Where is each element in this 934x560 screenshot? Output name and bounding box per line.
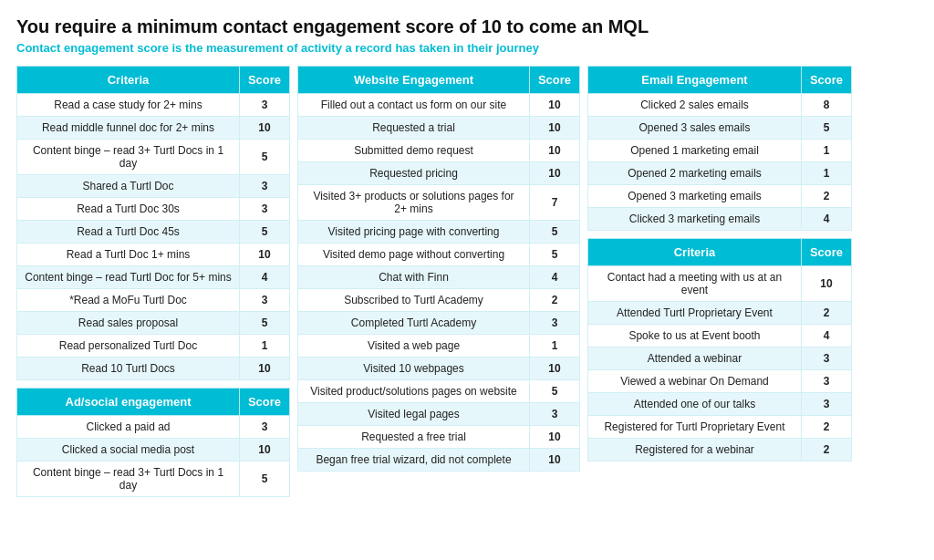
score-cell: 2 [802, 302, 852, 325]
criteria-cell: Requested pricing [298, 162, 530, 185]
criteria-cell: Filled out a contact us form on our site [298, 94, 530, 117]
table-row: Content binge – read 3+ Turtl Docs in 1 … [17, 461, 290, 497]
criteria-cell: Content binge – read 3+ Turtl Docs in 1 … [17, 140, 240, 175]
score-cell: 4 [530, 266, 580, 289]
table-row: Registered for a webinar2 [588, 439, 852, 461]
criteria-cell: Shared a Turtl Doc [17, 175, 240, 198]
table-row: Read a case study for 2+ mins3 [17, 94, 290, 117]
criteria-header: Criteria [17, 67, 240, 94]
table-row: Opened 1 marketing email1 [588, 140, 852, 162]
table-row: Requested a free trial10 [298, 426, 580, 449]
table-row: Visited pricing page with converting5 [298, 221, 580, 244]
table-row: Visited demo page without converting5 [298, 244, 580, 266]
criteria-cell: Subscribed to Turtl Academy [298, 289, 530, 312]
score-cell: 1 [530, 335, 580, 358]
score-cell: 3 [802, 347, 852, 370]
criteria-cell: Visited 3+ products or solutions pages f… [298, 185, 530, 221]
score-cell: 10 [240, 358, 290, 380]
email-engagement-table-wrap: Email Engagement Score Clicked 2 sales e… [587, 66, 852, 231]
criteria-cell: Clicked 3 marketing emails [588, 208, 802, 231]
score-cell: 10 [530, 162, 580, 185]
score-cell: 8 [802, 94, 852, 117]
criteria-cell: Registered for a webinar [588, 439, 802, 461]
table-row: Spoke to us at Event booth4 [588, 325, 852, 347]
criteria-cell: Read personalized Turtl Doc [17, 335, 240, 358]
score-header-2: Score [240, 389, 290, 416]
table-row: Read personalized Turtl Doc1 [17, 335, 290, 358]
score-cell: 5 [530, 380, 580, 403]
score-header-3: Score [530, 67, 580, 94]
score-cell: 10 [530, 449, 580, 472]
criteria-cell: Visited demo page without converting [298, 244, 530, 266]
score-cell: 10 [530, 426, 580, 449]
middle-column: Website Engagement Score Filled out a co… [297, 66, 580, 479]
table-row: Content binge – read Turtl Doc for 5+ mi… [17, 266, 290, 289]
table-row: Requested a trial10 [298, 117, 580, 140]
left-column: Criteria Score Read a case study for 2+ … [16, 66, 290, 504]
table-row: Subscribed to Turtl Academy2 [298, 289, 580, 312]
criteria-cell: Visited a web page [298, 335, 530, 358]
score-header-5: Score [802, 239, 852, 266]
table-row: Chat with Finn4 [298, 266, 580, 289]
score-cell: 1 [240, 335, 290, 358]
ad-social-table-wrap: Ad/social engagement Score Clicked a pai… [16, 388, 290, 497]
table-row: Visited 10 webpages10 [298, 358, 580, 380]
criteria-cell: Visited pricing page with converting [298, 221, 530, 244]
table-row: Requested pricing10 [298, 162, 580, 185]
table-row: Submitted demo request10 [298, 140, 580, 162]
criteria-cell: Visited legal pages [298, 403, 530, 426]
score-cell: 3 [802, 370, 852, 393]
criteria-cell: Contact had a meeting with us at an even… [588, 266, 802, 302]
table-row: Clicked a social media post10 [17, 439, 290, 461]
table-row: Visited a web page1 [298, 335, 580, 358]
email-engagement-table: Email Engagement Score Clicked 2 sales e… [587, 66, 852, 231]
score-cell: 2 [802, 416, 852, 439]
table-row: Opened 3 marketing emails2 [588, 185, 852, 208]
criteria-cell: Attended one of our talks [588, 393, 802, 416]
criteria-cell: Opened 2 marketing emails [588, 162, 802, 185]
table-row: Clicked a paid ad3 [17, 416, 290, 439]
table-row: Clicked 3 marketing emails4 [588, 208, 852, 231]
criteria-cell: Content binge – read 3+ Turtl Docs in 1 … [17, 461, 240, 497]
criteria-cell: Content binge – read Turtl Doc for 5+ mi… [17, 266, 240, 289]
criteria-cell: Began free trial wizard, did not complet… [298, 449, 530, 472]
ad-social-table: Ad/social engagement Score Clicked a pai… [16, 388, 290, 497]
page-title: You require a minimum contact engagement… [16, 16, 918, 37]
score-cell: 5 [240, 140, 290, 175]
table-row: Read sales proposal5 [17, 312, 290, 335]
table-row: Read a Turtl Doc 30s3 [17, 198, 290, 221]
score-cell: 10 [240, 244, 290, 266]
score-cell: 4 [802, 208, 852, 231]
criteria-cell: Registered for Turtl Proprietary Event [588, 416, 802, 439]
tables-container: Criteria Score Read a case study for 2+ … [16, 66, 918, 504]
criteria-cell: Read middle funnel doc for 2+ mins [17, 117, 240, 140]
event-criteria-table: Criteria Score Contact had a meeting wit… [587, 238, 852, 461]
table-row: Read a Turtl Doc 1+ mins10 [17, 244, 290, 266]
criteria-cell: Requested a free trial [298, 426, 530, 449]
score-cell: 10 [530, 358, 580, 380]
criteria-cell: Requested a trial [298, 117, 530, 140]
score-cell: 3 [240, 416, 290, 439]
table-row: Content binge – read 3+ Turtl Docs in 1 … [17, 140, 290, 175]
criteria-cell: Chat with Finn [298, 266, 530, 289]
score-cell: 5 [240, 221, 290, 244]
score-cell: 3 [530, 403, 580, 426]
score-header-4: Score [802, 67, 852, 94]
score-cell: 5 [240, 312, 290, 335]
score-cell: 1 [802, 162, 852, 185]
score-cell: 10 [240, 117, 290, 140]
table-row: Clicked 2 sales emails8 [588, 94, 852, 117]
criteria-cell: Read a Turtl Doc 1+ mins [17, 244, 240, 266]
criteria-cell: Read sales proposal [17, 312, 240, 335]
event-criteria-table-wrap: Criteria Score Contact had a meeting wit… [587, 238, 852, 461]
website-engagement-header: Website Engagement [298, 67, 530, 94]
website-engagement-table: Website Engagement Score Filled out a co… [297, 66, 580, 472]
score-cell: 3 [240, 289, 290, 312]
criteria-cell: Completed Turtl Academy [298, 312, 530, 335]
criteria-cell: Attended Turtl Proprietary Event [588, 302, 802, 325]
criteria-cell: Visited product/solutions pages on websi… [298, 380, 530, 403]
score-cell: 1 [802, 140, 852, 162]
email-engagement-header: Email Engagement [588, 67, 802, 94]
right-column: Email Engagement Score Clicked 2 sales e… [587, 66, 852, 469]
table-row: Visited legal pages3 [298, 403, 580, 426]
